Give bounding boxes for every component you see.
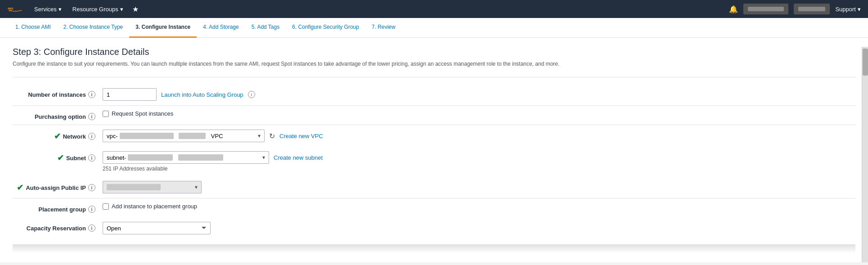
form-section: Number of instances i Launch into Auto S… [13, 77, 855, 245]
purchasing-option-controls: Request Spot instances [103, 110, 855, 117]
auto-assign-ip-value-redacted [107, 184, 161, 190]
number-of-instances-controls: Launch into Auto Scaling Group i [103, 88, 855, 101]
refresh-vpc-icon[interactable]: ↻ [269, 132, 275, 140]
vpc-id-redacted [120, 133, 174, 139]
auto-assign-ip-info-icon[interactable]: i [88, 184, 95, 191]
subnet-area: subnet- Create new subnet 251 IP Address… [103, 151, 323, 172]
main-content: Step 3: Configure Instance Details Confi… [0, 38, 868, 262]
support-label: Support [835, 6, 856, 13]
nav-right: 🔔 Support ▾ [729, 4, 861, 14]
subnet-label-area: ✔ Subnet i [13, 151, 103, 163]
step-add-tags-link[interactable]: 5. Add Tags [252, 24, 280, 30]
add-placement-group-label[interactable]: Add instance to placement group [103, 203, 197, 210]
launch-auto-scaling-info-icon[interactable]: i [248, 91, 255, 98]
step-choose-ami-link[interactable]: 1. Choose AMI [15, 24, 51, 30]
subnet-prefix: subnet- [107, 154, 126, 161]
step-add-storage-link[interactable]: 4. Add Storage [203, 24, 238, 30]
subnet-ip-info: 251 IP Addresses available [103, 166, 323, 172]
subnet-id-redacted [128, 154, 173, 161]
step-choose-instance-type[interactable]: 2. Choose Instance Type [57, 18, 130, 38]
subnet-extra-redacted [178, 154, 223, 161]
subnet-controls: subnet- Create new subnet 251 IP Address… [103, 151, 855, 172]
step-choose-ami[interactable]: 1. Choose AMI [9, 18, 57, 38]
vpc-extra-redacted [179, 133, 206, 139]
network-label-area: ✔ Network i [13, 130, 103, 141]
step-choose-instance-type-link[interactable]: 2. Choose Instance Type [63, 24, 123, 30]
bottom-tear [13, 244, 855, 253]
step-add-storage[interactable]: 4. Add Storage [197, 18, 245, 38]
resource-groups-nav[interactable]: Resource Groups ▾ [69, 0, 127, 18]
support-nav[interactable]: Support ▾ [835, 6, 861, 13]
subnet-select-row: subnet- Create new subnet [103, 151, 323, 164]
capacity-reservation-label: Capacity Reservation i [13, 222, 103, 232]
step-configure-instance[interactable]: 3. Configure Instance [129, 18, 197, 38]
scrollbar[interactable] [862, 47, 868, 262]
page-title: Step 3: Configure Instance Details [13, 47, 855, 57]
services-label: Services [34, 6, 57, 13]
capacity-reservation-info-icon[interactable]: i [88, 225, 95, 232]
region-box[interactable] [794, 4, 830, 14]
step-configure-security-group[interactable]: 6. Configure Security Group [286, 18, 365, 38]
placement-group-controls: Add instance to placement group [103, 203, 855, 210]
auto-assign-ip-controls [103, 181, 855, 193]
user-account-box[interactable] [743, 4, 788, 14]
add-placement-group-text: Add instance to placement group [112, 203, 197, 210]
wizard-steps: 1. Choose AMI 2. Choose Instance Type 3.… [0, 18, 868, 38]
network-checkmark-icon: ✔ [54, 131, 61, 141]
auto-assign-ip-select[interactable] [103, 181, 202, 193]
launch-auto-scaling-link[interactable]: Launch into Auto Scaling Group [161, 91, 243, 98]
purchasing-option-row: Purchasing option i Request Spot instanc… [13, 106, 855, 125]
auto-assign-ip-checkmark-icon: ✔ [17, 183, 23, 193]
step-add-tags[interactable]: 5. Add Tags [245, 18, 286, 38]
subnet-row: ✔ Subnet i subnet- Create new subnet [13, 147, 855, 176]
vpc-suffix: VPC [211, 133, 223, 139]
request-spot-checkbox[interactable] [103, 111, 109, 117]
number-of-instances-input[interactable] [103, 88, 157, 101]
step-review[interactable]: 7. Review [365, 18, 402, 38]
top-nav: aws Services ▾ Resource Groups ▾ ★ 🔔 Sup… [0, 0, 868, 18]
auto-assign-ip-label-text: Auto-assign Public IP [26, 184, 86, 191]
auto-assign-ip-row: ✔ Auto-assign Public IP i [13, 176, 855, 198]
step-configure-instance-link[interactable]: 3. Configure Instance [135, 24, 190, 30]
placement-group-label-text: Placement group [39, 206, 86, 213]
create-new-subnet-link[interactable]: Create new subnet [274, 154, 323, 161]
capacity-reservation-controls: Open [103, 222, 855, 234]
services-nav[interactable]: Services ▾ [31, 0, 65, 18]
favorites-star-icon[interactable]: ★ [132, 5, 139, 13]
page-description: Configure the instance to suit your requ… [13, 60, 855, 68]
capacity-reservation-row: Capacity Reservation i Open [13, 217, 855, 239]
placement-group-info-icon[interactable]: i [88, 206, 95, 213]
network-info-icon[interactable]: i [88, 133, 95, 140]
network-label-text: Network [63, 133, 86, 140]
subnet-info-icon[interactable]: i [88, 154, 95, 162]
scroll-thumb [863, 49, 868, 76]
number-of-instances-info-icon[interactable]: i [88, 91, 95, 98]
subnet-checkmark-icon: ✔ [57, 153, 64, 163]
network-row: ✔ Network i vpc- VPC ↻ Create new VPC [13, 125, 855, 147]
subnet-select[interactable]: subnet- [103, 151, 269, 164]
notifications-bell-icon[interactable]: 🔔 [729, 5, 738, 13]
add-placement-group-checkbox[interactable] [103, 203, 109, 210]
number-of-instances-label: Number of instances i [13, 88, 103, 98]
purchasing-option-label: Purchasing option i [13, 110, 103, 120]
placement-group-row: Placement group i Add instance to placem… [13, 198, 855, 217]
placement-group-label: Placement group i [13, 203, 103, 213]
request-spot-label[interactable]: Request Spot instances [103, 110, 173, 117]
subnet-label-text: Subnet [66, 155, 86, 162]
step-configure-security-group-link[interactable]: 6. Configure Security Group [292, 24, 359, 30]
svg-text:aws: aws [8, 7, 13, 10]
vpc-prefix: vpc- [107, 133, 118, 139]
resource-groups-label: Resource Groups [72, 6, 118, 13]
network-controls: vpc- VPC ↻ Create new VPC [103, 130, 855, 142]
aws-logo[interactable]: aws [7, 3, 23, 15]
purchasing-option-info-icon[interactable]: i [88, 113, 95, 120]
capacity-reservation-select[interactable]: Open [103, 222, 211, 234]
vpc-select[interactable]: vpc- VPC [103, 130, 265, 142]
purchasing-option-label-text: Purchasing option [35, 113, 86, 120]
number-of-instances-label-text: Number of instances [28, 91, 86, 98]
support-chevron: ▾ [858, 6, 861, 13]
user-name-redacted [748, 7, 784, 11]
create-new-vpc-link[interactable]: Create new VPC [279, 133, 323, 139]
step-review-link[interactable]: 7. Review [372, 24, 396, 30]
services-chevron: ▾ [58, 6, 62, 13]
